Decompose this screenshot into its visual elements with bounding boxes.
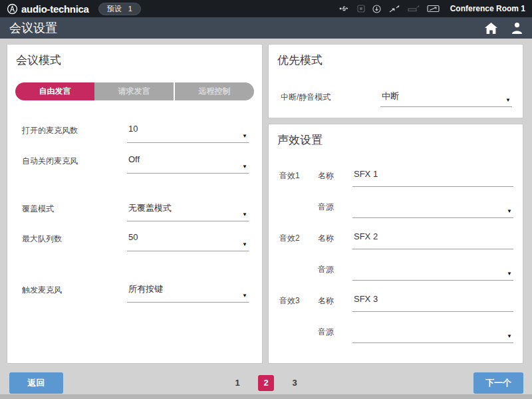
status-icon-group: Conference Room 1 <box>339 4 525 13</box>
conference-mode-title: 会议模式 <box>16 53 61 68</box>
override-mode-field: 覆盖模式 无覆盖模式 <box>22 200 249 221</box>
edit-arrow-icon <box>388 5 400 13</box>
page-2-current[interactable]: 2 <box>258 375 274 391</box>
max-queue-select[interactable]: 50 <box>127 230 249 251</box>
open-mic-count-select[interactable]: 10 <box>127 122 249 143</box>
auto-mic-off-select[interactable]: Off <box>127 152 249 174</box>
sfx3-name-field: 音效3 名称 SFX 3 <box>279 292 513 312</box>
sfx2-name-label: 名称 <box>318 229 352 249</box>
interrupt-mute-field: 中断/静音模式 中断 <box>281 88 512 107</box>
top-status-bar: audio-technica 预设 1 <box>0 0 532 17</box>
content-area: 会议模式 自由发言 请求发言 远程控制 打开的麦克风数 10 自动关闭麦克风 O… <box>0 39 532 399</box>
tab-request-talk[interactable]: 请求发言 <box>94 82 174 100</box>
sfx2-name-input[interactable]: SFX 2 <box>352 229 513 249</box>
preset-label: 预设 <box>107 4 122 14</box>
meter-icon <box>427 5 440 13</box>
home-icon[interactable] <box>484 22 498 35</box>
sfx3-source-select[interactable] <box>352 323 513 343</box>
preset-value: 1 <box>128 5 132 13</box>
sfx1-name-label: 名称 <box>318 167 352 187</box>
tab-free-talk[interactable]: 自由发言 <box>15 82 94 100</box>
usb-icon <box>339 5 350 12</box>
sfx3-name-label: 名称 <box>318 292 352 312</box>
sfx2-source-label: 音源 <box>318 261 352 281</box>
open-mic-count-field: 打开的麦克风数 10 <box>22 122 249 143</box>
audio-technica-logo-icon <box>7 3 18 15</box>
sfx3-source-label: 音源 <box>318 323 352 343</box>
sfx3-group-label: 音效3 <box>279 292 318 312</box>
sfx1-name-field: 音效1 名称 SFX 1 <box>279 167 513 187</box>
page-title: 会议设置 <box>9 20 57 36</box>
max-queue-field: 最大队列数 50 <box>22 230 249 251</box>
mic-trigger-field: 触发麦克风 所有按键 <box>22 281 249 303</box>
brand: audio-technica <box>7 3 89 15</box>
sfx1-source-label: 音源 <box>318 198 352 218</box>
sound-effects-title: 声效设置 <box>277 132 323 148</box>
app-window: audio-technica 预设 1 <box>0 0 532 399</box>
sfx2-source-field: 音源 <box>279 261 513 281</box>
sound-effects-panel: 声效设置 音效1 名称 SFX 1 音源 音效2 名称 SFX 2 <box>268 124 523 364</box>
sfx1-source-field: 音源 <box>279 198 513 218</box>
priority-mode-panel: 优先模式 中断/静音模式 中断 <box>268 44 523 118</box>
room-name: Conference Room 1 <box>450 4 525 13</box>
priority-mode-title: 优先模式 <box>277 53 323 68</box>
open-mic-count-label: 打开的麦克风数 <box>22 122 127 143</box>
pagination: 1 2 3 <box>0 375 532 391</box>
user-icon[interactable] <box>511 22 523 35</box>
override-mode-label: 覆盖模式 <box>22 200 127 221</box>
mic-trigger-select[interactable]: 所有按键 <box>127 281 249 303</box>
auto-mic-off-field: 自动关闭麦克风 Off <box>22 152 249 174</box>
brand-name: audio-technica <box>21 3 89 15</box>
interrupt-mute-select[interactable]: 中断 <box>380 88 512 107</box>
level-edit-icon <box>408 5 420 13</box>
max-queue-label: 最大队列数 <box>22 230 127 251</box>
tab-remote-control[interactable]: 远程控制 <box>174 82 254 100</box>
preset-badge[interactable]: 预设 1 <box>98 3 141 15</box>
sfx2-group-label: 音效2 <box>279 229 318 249</box>
conference-mode-panel: 会议模式 自由发言 请求发言 远程控制 打开的麦克风数 10 自动关闭麦克风 O… <box>7 44 263 364</box>
speak-mode-tabs: 自由发言 请求发言 远程控制 <box>15 82 254 100</box>
sfx3-name-input[interactable]: SFX 3 <box>352 292 513 312</box>
interrupt-mute-label: 中断/静音模式 <box>281 88 380 107</box>
recording-icon <box>357 5 365 13</box>
update-icon <box>372 5 381 13</box>
page-3[interactable]: 3 <box>287 375 303 391</box>
sfx2-source-select[interactable] <box>352 261 513 281</box>
sfx1-name-input[interactable]: SFX 1 <box>352 167 513 187</box>
title-bar: 会议设置 <box>0 17 532 39</box>
override-mode-select[interactable]: 无覆盖模式 <box>127 200 249 221</box>
page-1[interactable]: 1 <box>229 375 245 391</box>
bottom-strip <box>0 394 532 399</box>
next-button[interactable]: 下一个 <box>473 372 523 394</box>
mic-trigger-label: 触发麦克风 <box>22 281 127 303</box>
sfx3-source-field: 音源 <box>279 323 513 343</box>
sfx1-source-select[interactable] <box>352 198 513 218</box>
sfx1-group-label: 音效1 <box>279 167 318 187</box>
sfx2-name-field: 音效2 名称 SFX 2 <box>279 229 513 249</box>
auto-mic-off-label: 自动关闭麦克风 <box>22 152 127 174</box>
